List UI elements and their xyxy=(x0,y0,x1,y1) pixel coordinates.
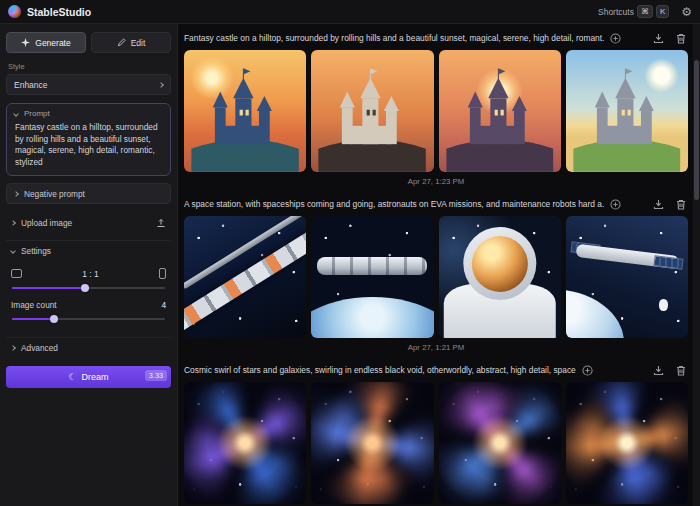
generated-image[interactable] xyxy=(439,382,561,504)
generated-image[interactable] xyxy=(311,216,433,338)
trash-icon[interactable] xyxy=(676,365,686,376)
advanced-label: Advanced xyxy=(21,343,58,353)
app-logo xyxy=(8,5,21,18)
style-select[interactable]: Enhance xyxy=(6,74,171,95)
tab-edit[interactable]: Edit xyxy=(91,32,171,53)
chevron-down-icon xyxy=(13,111,19,117)
image-count-label: Image count xyxy=(11,300,57,310)
prompt-label: Prompt xyxy=(24,109,50,118)
group-prompt-text: A space station, with spaceships coming … xyxy=(184,199,604,209)
aspect-ratio-value: 1 : 1 xyxy=(22,269,159,279)
download-icon[interactable] xyxy=(653,365,664,376)
dream-button[interactable]: ☾ Dream 3.33 xyxy=(6,366,171,388)
scrollbar-track[interactable] xyxy=(693,24,700,506)
download-icon[interactable] xyxy=(653,33,664,44)
chevron-down-icon xyxy=(10,248,16,254)
generated-image[interactable] xyxy=(184,216,306,338)
generated-image[interactable] xyxy=(439,216,561,338)
style-label: Style xyxy=(8,62,169,71)
group-timestamp: Apr 27, 1:21 PM xyxy=(184,338,688,358)
download-icon[interactable] xyxy=(653,199,664,210)
generation-group: A space station, with spaceships coming … xyxy=(184,192,688,358)
generated-image[interactable] xyxy=(184,382,306,504)
generation-group: Fantasy castle on a hilltop, surrounded … xyxy=(184,26,688,192)
cmd-key: ⌘ xyxy=(637,5,653,18)
generated-image[interactable] xyxy=(566,50,688,172)
scrollbar-thumb[interactable] xyxy=(694,60,699,200)
pencil-icon xyxy=(117,38,126,47)
tab-edit-label: Edit xyxy=(131,38,146,48)
dream-cost-badge: 3.33 xyxy=(145,370,167,381)
aspect-ratio-slider[interactable] xyxy=(12,283,165,293)
shortcuts-button[interactable]: Shortcuts ⌘ K xyxy=(598,5,669,18)
group-prompt-text: Cosmic swirl of stars and galaxies, swir… xyxy=(184,365,576,375)
generated-image[interactable] xyxy=(566,382,688,504)
negative-prompt-label: Negative prompt xyxy=(24,189,85,199)
sidebar: Generate Edit Style Enhance Prompt Fanta… xyxy=(0,24,178,506)
generated-image[interactable] xyxy=(439,50,561,172)
tab-generate-label: Generate xyxy=(35,38,70,48)
landscape-ratio-icon[interactable] xyxy=(11,269,22,278)
top-bar: StableStudio Shortcuts ⌘ K ⚙ xyxy=(0,0,700,24)
settings-body: 1 : 1 Image count 4 xyxy=(6,260,171,330)
upload-image-label: Upload image xyxy=(21,218,72,228)
generations-feed: Fantasy castle on a hilltop, surrounded … xyxy=(178,24,700,506)
tab-generate[interactable]: Generate xyxy=(6,32,86,53)
group-timestamp: Apr 27, 1:23 PM xyxy=(184,172,688,192)
group-prompt-text: Fantasy castle on a hilltop, surrounded … xyxy=(184,33,604,43)
k-key: K xyxy=(656,5,669,18)
portrait-ratio-icon[interactable] xyxy=(159,268,166,279)
castle-illustration xyxy=(319,57,427,172)
upload-icon xyxy=(156,218,166,228)
upload-image-toggle[interactable]: Upload image xyxy=(6,213,171,233)
advanced-toggle[interactable]: Advanced xyxy=(6,337,171,357)
prompt-panel: Prompt Fantasy castle on a hilltop, surr… xyxy=(6,103,171,176)
generated-image[interactable] xyxy=(566,216,688,338)
image-count-value: 4 xyxy=(161,300,166,310)
dream-button-label: Dream xyxy=(82,372,109,382)
settings-gear-icon[interactable]: ⚙ xyxy=(681,6,692,18)
negative-prompt-toggle[interactable]: Negative prompt xyxy=(6,183,171,204)
reuse-prompt-icon[interactable] xyxy=(610,199,621,210)
trash-icon[interactable] xyxy=(676,33,686,44)
castle-illustration xyxy=(446,57,554,172)
castle-illustration xyxy=(573,57,681,172)
chevron-right-icon xyxy=(10,345,16,351)
style-value: Enhance xyxy=(14,80,48,90)
settings-toggle[interactable]: Settings xyxy=(6,240,171,260)
castle-illustration xyxy=(191,57,299,172)
settings-label: Settings xyxy=(21,246,51,256)
chevron-right-icon xyxy=(158,82,164,88)
shortcuts-label: Shortcuts xyxy=(598,7,634,17)
app-title: StableStudio xyxy=(27,6,91,18)
generated-image[interactable] xyxy=(311,382,433,504)
generation-group: Cosmic swirl of stars and galaxies, swir… xyxy=(184,358,688,506)
generated-image[interactable] xyxy=(184,50,306,172)
reuse-prompt-icon[interactable] xyxy=(582,365,593,376)
image-count-slider[interactable] xyxy=(12,314,165,324)
trash-icon[interactable] xyxy=(676,199,686,210)
reuse-prompt-icon[interactable] xyxy=(610,33,621,44)
prompt-header[interactable]: Prompt xyxy=(7,104,170,121)
sparkle-icon xyxy=(21,38,30,47)
chevron-right-icon xyxy=(10,221,16,227)
chevron-right-icon xyxy=(13,191,19,197)
moon-icon: ☾ xyxy=(68,373,76,382)
generated-image[interactable] xyxy=(311,50,433,172)
prompt-input[interactable]: Fantasy castle on a hilltop, surrounded … xyxy=(7,121,170,175)
